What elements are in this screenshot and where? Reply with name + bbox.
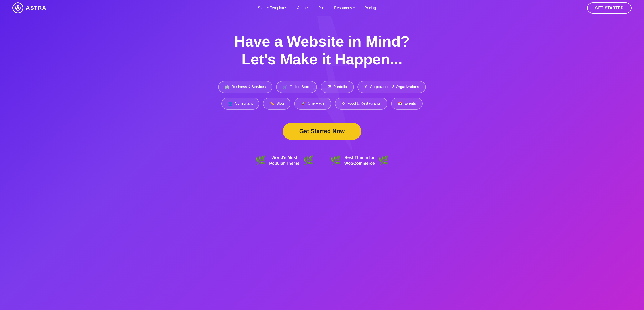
pill-food-restaurants[interactable]: 🍽 Food & Restaurants [335, 98, 388, 110]
nav-pricing[interactable]: Pricing [364, 6, 376, 10]
award-popular-theme: 🌿 World's Most Popular Theme 🌿 [255, 154, 313, 166]
awards-section: 🌿 World's Most Popular Theme 🌿 🌿 Best Th… [255, 154, 389, 166]
category-pills-row2: 👤 Consultant ✏️ Blog 🚀 One Page 🍽 Food &… [222, 98, 422, 110]
pill-consultant[interactable]: 👤 Consultant [222, 98, 259, 110]
wreath-left-woo: 🌿 [330, 155, 341, 166]
laurel-right-icon: 🌿 [303, 155, 314, 166]
blog-icon: ✏️ [270, 101, 274, 106]
category-pills-row1: 🏢 Business & Services 🛒 Online Store 🖼 P… [218, 81, 426, 93]
logo[interactable]: ASTRA [12, 2, 46, 13]
hero-cta-button[interactable]: Get Started Now [283, 122, 362, 140]
hero-section: Have a Website in Mind? Let's Make it Ha… [0, 16, 644, 179]
award-woocommerce: 🌿 Best Theme for WooCommerce 🌿 [330, 154, 389, 166]
astra-chevron-icon: ▾ [307, 6, 308, 9]
laurel-left-icon: 🌿 [255, 155, 266, 166]
navbar: ASTRA Starter Templates Astra ▾ Pro Reso… [0, 0, 644, 16]
pill-portfolio[interactable]: 🖼 Portfolio [321, 81, 354, 93]
wreath-left-popular: 🌿 [255, 155, 266, 166]
pill-corporations-organizations[interactable]: 🏛 Corporations & Organizations [358, 81, 426, 93]
nav-get-started-button[interactable]: GET STARTED [587, 2, 632, 14]
nav-astra[interactable]: Astra ▾ [297, 6, 308, 10]
business-icon: 🏢 [225, 85, 230, 89]
laurel-right-woo-icon: 🌿 [378, 155, 389, 166]
nav-links: Starter Templates Astra ▾ Pro Resources … [258, 6, 376, 10]
nav-starter-templates[interactable]: Starter Templates [258, 6, 287, 10]
corporations-icon: 🏛 [364, 85, 368, 89]
hero-title: Have a Website in Mind? Let's Make it Ha… [234, 32, 410, 68]
award-woo-text: Best Theme for WooCommerce [344, 154, 375, 166]
wreath-right-popular: 🌿 [303, 155, 314, 166]
nav-resources[interactable]: Resources ▾ [334, 6, 354, 10]
portfolio-icon: 🖼 [327, 85, 331, 89]
pill-one-page[interactable]: 🚀 One Page [294, 98, 331, 110]
food-icon: 🍽 [342, 101, 346, 106]
logo-text: ASTRA [26, 5, 46, 11]
award-popular-text: World's Most Popular Theme [269, 154, 299, 166]
nav-pro[interactable]: Pro [318, 6, 324, 10]
pill-online-store[interactable]: 🛒 Online Store [276, 81, 317, 93]
events-icon: 📅 [398, 101, 402, 106]
pill-blog[interactable]: ✏️ Blog [263, 98, 290, 110]
logo-icon [12, 2, 23, 13]
laurel-left-woo-icon: 🌿 [330, 155, 341, 166]
store-icon: 🛒 [283, 85, 287, 89]
resources-chevron-icon: ▾ [353, 6, 354, 9]
pill-business-services[interactable]: 🏢 Business & Services [218, 81, 272, 93]
pill-events[interactable]: 📅 Events [391, 98, 422, 110]
wreath-right-woo: 🌿 [378, 155, 389, 166]
consultant-icon: 👤 [228, 101, 233, 106]
one-page-icon: 🚀 [301, 101, 306, 106]
